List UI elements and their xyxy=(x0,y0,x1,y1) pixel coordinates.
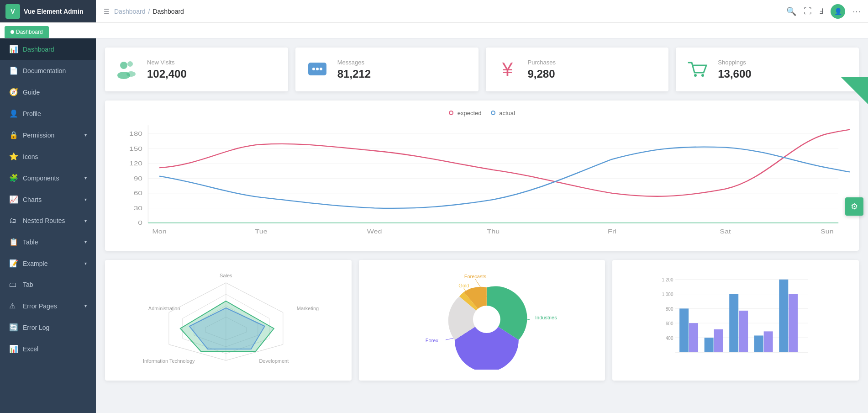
breadcrumb-separator: / xyxy=(148,8,150,15)
error-pages-icon: ⚠ xyxy=(9,302,18,310)
svg-text:600: 600 xyxy=(666,321,673,326)
legend-expected-label: expected xyxy=(458,110,482,116)
svg-text:150: 150 xyxy=(129,145,142,152)
users-icon xyxy=(114,57,140,82)
stat-value-purchases: 9,280 xyxy=(528,68,660,80)
more-icon[interactable]: ⋯ xyxy=(852,6,861,16)
permission-icon: 🔒 xyxy=(9,131,18,139)
sidebar-item-example[interactable]: 📝 Example ▾ xyxy=(0,253,96,274)
sidebar-label-tab: Tab xyxy=(23,281,33,288)
svg-text:Sun: Sun xyxy=(821,228,834,235)
sidebar-label-guide: Guide xyxy=(23,89,40,96)
logo-icon: V xyxy=(5,4,20,19)
tag-dot xyxy=(11,30,14,34)
stat-card-purchases: ¥ Purchases 9,280 xyxy=(486,48,669,91)
svg-text:30: 30 xyxy=(134,205,142,211)
arrow-icon: ▾ xyxy=(84,261,87,266)
sidebar-item-profile[interactable]: 👤 Profile xyxy=(0,103,96,124)
arrow-icon: ▾ xyxy=(84,132,87,138)
cart-icon xyxy=(685,57,710,82)
sidebar-item-dashboard[interactable]: 📊 Dashboard xyxy=(0,38,96,60)
svg-rect-69 xyxy=(689,323,698,352)
svg-point-7 xyxy=(320,68,322,70)
svg-point-9 xyxy=(701,74,704,77)
table-icon: 📋 xyxy=(9,238,18,246)
sidebar-item-components[interactable]: 🧩 Components ▾ xyxy=(0,167,96,189)
svg-text:120: 120 xyxy=(129,160,142,167)
tag-label: Dashboard xyxy=(16,29,43,35)
svg-rect-75 xyxy=(764,331,773,352)
breadcrumb-home[interactable]: Dashboard xyxy=(114,8,146,15)
stat-value-messages: 81,212 xyxy=(337,68,469,80)
tab-icon: 🗃 xyxy=(9,281,18,289)
svg-point-0 xyxy=(120,62,127,69)
message-icon xyxy=(305,57,330,82)
svg-text:Tue: Tue xyxy=(255,228,268,235)
svg-point-3 xyxy=(126,71,136,77)
svg-text:Thu: Thu xyxy=(487,228,500,235)
arrow-icon: ▾ xyxy=(84,175,87,180)
guide-icon: 🧭 xyxy=(9,88,18,96)
sidebar-item-documentation[interactable]: 📄 Documentation xyxy=(0,60,96,81)
chart-legend: expected actual xyxy=(114,110,850,116)
svg-text:Marketing: Marketing xyxy=(297,306,319,311)
error-log-icon: 🔄 xyxy=(9,323,18,332)
legend-expected: expected xyxy=(449,110,481,116)
svg-text:1,200: 1,200 xyxy=(662,277,673,282)
sidebar-item-charts[interactable]: 📈 Charts ▾ xyxy=(0,189,96,210)
svg-text:800: 800 xyxy=(666,307,673,312)
stat-label-messages: Messages xyxy=(337,59,469,66)
bar-chart-svg: 1,200 1,000 800 600 400 xyxy=(621,269,850,360)
sidebar-item-nested-routes[interactable]: 🗂 Nested Routes ▾ xyxy=(0,210,96,231)
sidebar-label-table: Table xyxy=(23,238,38,246)
sidebar-item-permission[interactable]: 🔒 Permission ▾ xyxy=(0,124,96,146)
stat-cards: New Visits 102,400 Messages 81,212 xyxy=(105,48,859,91)
fullscreen-icon[interactable]: ⛶ xyxy=(804,6,812,16)
svg-rect-70 xyxy=(705,338,714,352)
stat-card-messages: Messages 81,212 xyxy=(295,48,479,91)
svg-text:1,000: 1,000 xyxy=(662,292,673,297)
svg-point-56 xyxy=(473,306,500,333)
svg-text:400: 400 xyxy=(666,336,673,341)
yen-icon: ¥ xyxy=(495,57,521,82)
svg-text:90: 90 xyxy=(134,175,142,181)
svg-text:Administration: Administration xyxy=(148,306,180,311)
tag-dashboard[interactable]: Dashboard xyxy=(5,26,49,38)
main-content: New Visits 102,400 Messages 81,212 xyxy=(96,38,868,413)
sidebar-item-icons[interactable]: ⭐ Icons xyxy=(0,146,96,167)
stat-info-shoppings: Shoppings 13,600 xyxy=(718,59,850,80)
sidebar-item-error-log[interactable]: 🔄 Error Log xyxy=(0,317,96,338)
header: V Vue Element Admin ☰ Dashboard / Dashbo… xyxy=(0,0,868,23)
logo-text: Vue Element Admin xyxy=(24,8,83,15)
search-icon[interactable]: 🔍 xyxy=(786,6,796,16)
sidebar-item-error-pages[interactable]: ⚠ Error Pages ▾ xyxy=(0,295,96,317)
sidebar-item-excel[interactable]: 📊 Excel xyxy=(0,338,96,360)
svg-text:Information Technology: Information Technology xyxy=(143,358,195,364)
font-size-icon[interactable]: Ⅎ xyxy=(819,7,823,16)
sidebar-label-documentation: Documentation xyxy=(23,67,66,74)
stat-card-new-visits: New Visits 102,400 xyxy=(105,48,288,91)
bar-chart-card: 1,200 1,000 800 600 400 xyxy=(612,260,859,381)
radar-chart-card: Sales Marketing Development Information … xyxy=(105,260,352,381)
settings-float: ⚙ xyxy=(845,197,863,216)
stat-label-new-visits: New Visits xyxy=(147,59,279,66)
hamburger-icon[interactable]: ☰ xyxy=(104,8,110,15)
legend-actual: actual xyxy=(491,110,515,116)
stat-value-new-visits: 102,400 xyxy=(147,68,279,80)
navbar-right: 🔍 ⛶ Ⅎ 👤 ⋯ xyxy=(779,4,868,19)
stat-info-new-visits: New Visits 102,400 xyxy=(147,59,279,80)
sidebar-item-table[interactable]: 📋 Table ▾ xyxy=(0,231,96,253)
svg-point-5 xyxy=(312,68,315,70)
bottom-charts: Sales Marketing Development Information … xyxy=(105,260,859,381)
sidebar-label-example: Example xyxy=(23,260,47,267)
svg-point-1 xyxy=(127,61,133,67)
sidebar-item-guide[interactable]: 🧭 Guide xyxy=(0,81,96,103)
sidebar-label-icons: Icons xyxy=(23,153,38,160)
avatar[interactable]: 👤 xyxy=(831,4,845,19)
stat-card-shoppings: Shoppings 13,600 xyxy=(676,48,859,91)
settings-button[interactable]: ⚙ xyxy=(845,197,863,216)
tagsview: Dashboard xyxy=(0,23,868,38)
svg-text:Sales: Sales xyxy=(220,273,232,278)
sidebar-item-tab[interactable]: 🗃 Tab xyxy=(0,274,96,295)
svg-rect-77 xyxy=(789,294,798,352)
